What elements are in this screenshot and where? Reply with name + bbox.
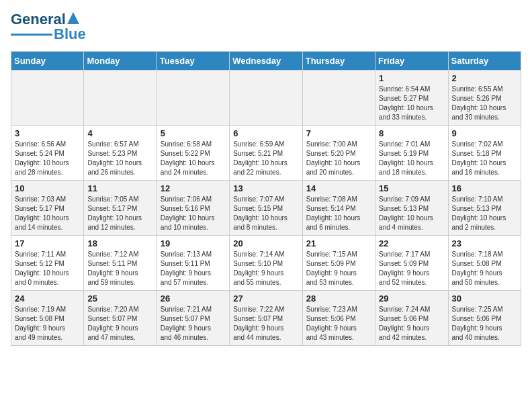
day-info: Sunrise: 7:07 AM Sunset: 5:15 PM Dayligh… <box>233 195 298 232</box>
day-info: Sunrise: 6:56 AM Sunset: 5:24 PM Dayligh… <box>15 140 80 177</box>
day-info: Sunrise: 7:18 AM Sunset: 5:08 PM Dayligh… <box>452 250 517 287</box>
day-number: 11 <box>87 183 152 193</box>
calendar-cell: 4Sunrise: 6:57 AM Sunset: 5:23 PM Daylig… <box>84 126 157 181</box>
day-number: 4 <box>87 128 152 138</box>
day-info: Sunrise: 7:02 AM Sunset: 5:18 PM Dayligh… <box>452 140 517 177</box>
day-number: 12 <box>161 183 226 193</box>
calendar-week-row: 3Sunrise: 6:56 AM Sunset: 5:24 PM Daylig… <box>11 126 521 181</box>
day-number: 24 <box>15 293 80 304</box>
calendar-cell: 12Sunrise: 7:06 AM Sunset: 5:16 PM Dayli… <box>157 181 229 236</box>
day-info: Sunrise: 7:08 AM Sunset: 5:14 PM Dayligh… <box>306 195 371 232</box>
day-number: 17 <box>15 238 80 248</box>
calendar-cell: 6Sunrise: 6:59 AM Sunset: 5:21 PM Daylig… <box>230 126 302 181</box>
calendar-cell: 29Sunrise: 7:24 AM Sunset: 5:06 PM Dayli… <box>375 291 448 346</box>
calendar-cell: 3Sunrise: 6:56 AM Sunset: 5:24 PM Daylig… <box>11 126 84 181</box>
calendar-week-row: 24Sunrise: 7:19 AM Sunset: 5:08 PM Dayli… <box>11 291 521 346</box>
day-number: 2 <box>452 73 517 83</box>
weekday-header-thursday: Thursday <box>302 52 375 71</box>
day-info: Sunrise: 6:55 AM Sunset: 5:26 PM Dayligh… <box>452 85 517 122</box>
day-number: 1 <box>379 73 444 83</box>
logo-text-blue: Blue <box>54 26 86 43</box>
day-info: Sunrise: 7:00 AM Sunset: 5:20 PM Dayligh… <box>306 140 371 177</box>
calendar-week-row: 1Sunrise: 6:54 AM Sunset: 5:27 PM Daylig… <box>11 71 521 126</box>
day-number: 14 <box>306 183 371 193</box>
day-number: 22 <box>379 238 444 248</box>
calendar-cell: 7Sunrise: 7:00 AM Sunset: 5:20 PM Daylig… <box>302 126 375 181</box>
day-number: 19 <box>161 238 226 248</box>
day-info: Sunrise: 7:12 AM Sunset: 5:11 PM Dayligh… <box>87 250 152 287</box>
day-number: 8 <box>379 128 444 138</box>
day-info: Sunrise: 7:23 AM Sunset: 5:06 PM Dayligh… <box>306 305 371 342</box>
calendar-cell: 17Sunrise: 7:11 AM Sunset: 5:12 PM Dayli… <box>11 236 84 291</box>
day-number: 9 <box>452 128 517 138</box>
calendar-cell: 26Sunrise: 7:21 AM Sunset: 5:07 PM Dayli… <box>157 291 229 346</box>
page-header: General Blue <box>11 11 521 43</box>
day-number: 16 <box>452 183 517 193</box>
calendar-cell <box>302 71 375 126</box>
day-info: Sunrise: 7:19 AM Sunset: 5:08 PM Dayligh… <box>15 305 80 342</box>
day-info: Sunrise: 7:17 AM Sunset: 5:09 PM Dayligh… <box>379 250 444 287</box>
logo-underline <box>11 34 52 36</box>
calendar-week-row: 17Sunrise: 7:11 AM Sunset: 5:12 PM Dayli… <box>11 236 521 291</box>
day-info: Sunrise: 7:13 AM Sunset: 5:11 PM Dayligh… <box>161 250 226 287</box>
day-number: 20 <box>233 238 298 248</box>
calendar-cell: 2Sunrise: 6:55 AM Sunset: 5:26 PM Daylig… <box>448 71 521 126</box>
calendar-cell: 25Sunrise: 7:20 AM Sunset: 5:07 PM Dayli… <box>84 291 157 346</box>
day-number: 3 <box>15 128 80 138</box>
day-info: Sunrise: 6:59 AM Sunset: 5:21 PM Dayligh… <box>233 140 298 177</box>
day-info: Sunrise: 6:58 AM Sunset: 5:22 PM Dayligh… <box>161 140 226 177</box>
day-number: 7 <box>306 128 371 138</box>
day-info: Sunrise: 7:20 AM Sunset: 5:07 PM Dayligh… <box>87 305 152 342</box>
day-number: 21 <box>306 238 371 248</box>
calendar-cell: 19Sunrise: 7:13 AM Sunset: 5:11 PM Dayli… <box>157 236 229 291</box>
day-info: Sunrise: 7:15 AM Sunset: 5:09 PM Dayligh… <box>306 250 371 287</box>
calendar-cell: 1Sunrise: 6:54 AM Sunset: 5:27 PM Daylig… <box>375 71 448 126</box>
day-info: Sunrise: 7:11 AM Sunset: 5:12 PM Dayligh… <box>15 250 80 287</box>
calendar-cell <box>11 71 84 126</box>
calendar-cell: 16Sunrise: 7:10 AM Sunset: 5:13 PM Dayli… <box>448 181 521 236</box>
day-info: Sunrise: 7:09 AM Sunset: 5:13 PM Dayligh… <box>379 195 444 232</box>
day-info: Sunrise: 7:25 AM Sunset: 5:06 PM Dayligh… <box>452 305 517 342</box>
day-info: Sunrise: 7:05 AM Sunset: 5:17 PM Dayligh… <box>87 195 152 232</box>
calendar-cell: 13Sunrise: 7:07 AM Sunset: 5:15 PM Dayli… <box>230 181 302 236</box>
day-number: 10 <box>15 183 80 193</box>
calendar-cell: 21Sunrise: 7:15 AM Sunset: 5:09 PM Dayli… <box>302 236 375 291</box>
day-number: 26 <box>161 293 226 304</box>
day-number: 18 <box>87 238 152 248</box>
day-info: Sunrise: 7:03 AM Sunset: 5:17 PM Dayligh… <box>15 195 80 232</box>
weekday-header-wednesday: Wednesday <box>230 52 302 71</box>
calendar-cell: 15Sunrise: 7:09 AM Sunset: 5:13 PM Dayli… <box>375 181 448 236</box>
calendar-cell: 27Sunrise: 7:22 AM Sunset: 5:07 PM Dayli… <box>230 291 302 346</box>
calendar-cell: 24Sunrise: 7:19 AM Sunset: 5:08 PM Dayli… <box>11 291 84 346</box>
day-number: 13 <box>233 183 298 193</box>
day-info: Sunrise: 7:01 AM Sunset: 5:19 PM Dayligh… <box>379 140 444 177</box>
day-number: 5 <box>161 128 226 138</box>
logo-triangle-icon <box>67 12 79 24</box>
weekday-header-friday: Friday <box>375 52 448 71</box>
day-number: 23 <box>452 238 517 248</box>
day-info: Sunrise: 7:10 AM Sunset: 5:13 PM Dayligh… <box>452 195 517 232</box>
day-info: Sunrise: 6:57 AM Sunset: 5:23 PM Dayligh… <box>87 140 152 177</box>
day-info: Sunrise: 7:22 AM Sunset: 5:07 PM Dayligh… <box>233 305 298 342</box>
day-number: 15 <box>379 183 444 193</box>
calendar-cell: 11Sunrise: 7:05 AM Sunset: 5:17 PM Dayli… <box>84 181 157 236</box>
calendar-cell <box>157 71 229 126</box>
weekday-header-saturday: Saturday <box>448 52 521 71</box>
calendar-cell: 28Sunrise: 7:23 AM Sunset: 5:06 PM Dayli… <box>302 291 375 346</box>
weekday-header-monday: Monday <box>84 52 157 71</box>
calendar-week-row: 10Sunrise: 7:03 AM Sunset: 5:17 PM Dayli… <box>11 181 521 236</box>
calendar-cell: 22Sunrise: 7:17 AM Sunset: 5:09 PM Dayli… <box>375 236 448 291</box>
calendar-cell <box>84 71 157 126</box>
logo: General Blue <box>11 11 86 43</box>
day-number: 25 <box>87 293 152 304</box>
calendar-cell: 5Sunrise: 6:58 AM Sunset: 5:22 PM Daylig… <box>157 126 229 181</box>
calendar-cell: 10Sunrise: 7:03 AM Sunset: 5:17 PM Dayli… <box>11 181 84 236</box>
day-info: Sunrise: 7:06 AM Sunset: 5:16 PM Dayligh… <box>161 195 226 232</box>
day-info: Sunrise: 7:24 AM Sunset: 5:06 PM Dayligh… <box>379 305 444 342</box>
day-info: Sunrise: 7:21 AM Sunset: 5:07 PM Dayligh… <box>161 305 226 342</box>
day-number: 6 <box>233 128 298 138</box>
calendar-cell: 30Sunrise: 7:25 AM Sunset: 5:06 PM Dayli… <box>448 291 521 346</box>
day-info: Sunrise: 7:14 AM Sunset: 5:10 PM Dayligh… <box>233 250 298 287</box>
day-number: 29 <box>379 293 444 304</box>
calendar-cell: 20Sunrise: 7:14 AM Sunset: 5:10 PM Dayli… <box>230 236 302 291</box>
